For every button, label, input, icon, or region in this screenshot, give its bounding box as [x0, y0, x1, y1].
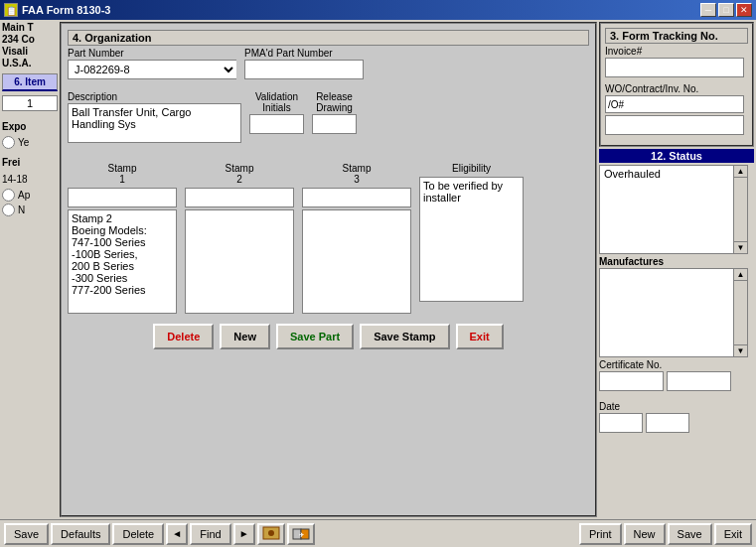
eligibility-textarea[interactable]: To be verified by installer	[419, 177, 524, 302]
pma-part-number-label: PMA'd Part Number	[244, 48, 364, 59]
taskbar-find-button[interactable]: Find	[190, 523, 230, 545]
status-list[interactable]: Overhauled ▲ ▼	[599, 165, 748, 254]
close-button[interactable]: ✕	[736, 3, 752, 17]
desc-validation-row: Description Ball Transfer Unit, Cargo Ha…	[68, 91, 589, 151]
save-part-button[interactable]: Save Part	[276, 324, 354, 349]
eligibility-label: Eligibility	[419, 163, 524, 174]
part-number-select[interactable]: J-082269-8	[68, 60, 236, 79]
description-group: Description Ball Transfer Unit, Cargo Ha…	[68, 91, 241, 145]
date-label: Date	[599, 401, 754, 412]
taskbar-delete-button[interactable]: Delete	[112, 523, 164, 545]
main-window: Main T 234 Co Visali U.S.A. 6. Item 1 Ex…	[0, 20, 756, 547]
description-textarea[interactable]: Ball Transfer Unit, Cargo Handling Sys	[68, 103, 241, 143]
window-controls: ─ □ ✕	[700, 3, 752, 17]
taskbar-save-button[interactable]: Save	[4, 523, 49, 545]
date-input2[interactable]	[646, 413, 689, 433]
certificate-input2[interactable]	[667, 371, 731, 391]
manufacturers-section: Manufactures ▲ ▼	[599, 256, 754, 357]
description-label: Description	[68, 91, 241, 102]
export-yes-radio[interactable]	[2, 136, 15, 149]
invoice-label: Invoice#	[605, 46, 748, 57]
taskbar-new-button[interactable]: New	[624, 523, 666, 545]
stamp2-col: Stamp2	[185, 163, 294, 314]
stamp2-textarea[interactable]	[185, 209, 294, 314]
taskbar-nav-right[interactable]: ►	[233, 523, 255, 545]
left-sidebar: Main T 234 Co Visali U.S.A. 6. Item 1 Ex…	[2, 22, 60, 517]
scroll-down[interactable]: ▼	[734, 241, 747, 253]
mfr-scroll-down[interactable]: ▼	[734, 344, 747, 356]
stamp2-input[interactable]	[185, 188, 294, 207]
taskbar-icon1[interactable]	[257, 523, 285, 545]
items-tab[interactable]: 6. Item	[2, 73, 58, 91]
manufacturers-list[interactable]: ▲ ▼	[599, 268, 748, 357]
minimize-button[interactable]: ─	[700, 3, 716, 17]
date-inputs	[599, 413, 754, 433]
save-stamp-button[interactable]: Save Stamp	[360, 324, 449, 349]
taskbar: Save Defaults Delete ◄ Find ► ✈ Print Ne…	[0, 519, 756, 547]
validation-label: ValidationInitials	[249, 91, 304, 113]
delete-button[interactable]: Delete	[153, 324, 214, 349]
no-row: N	[2, 204, 58, 216]
apply-radio[interactable]	[2, 189, 15, 202]
stamp1-textarea[interactable]: Stamp 2 Boeing Models: 747-100 Series -1…	[68, 209, 177, 314]
taskbar-print-button[interactable]: Print	[579, 523, 622, 545]
taskbar-exit-button[interactable]: Exit	[714, 523, 752, 545]
certificate-label: Certificate No.	[599, 359, 754, 370]
export-yes-row: Ye	[2, 136, 58, 149]
stamp1-input[interactable]: 2	[68, 188, 177, 207]
scroll-up[interactable]: ▲	[734, 166, 747, 178]
status-scrollbar[interactable]: ▲ ▼	[733, 166, 747, 253]
org-section-header: 4. Organization	[68, 30, 589, 46]
pma-part-number-group: PMA'd Part Number	[244, 48, 364, 79]
stamp3-textarea[interactable]	[302, 209, 411, 314]
taskbar-nav-left[interactable]: ◄	[166, 523, 188, 545]
status-label: 12. Status	[599, 149, 754, 163]
organization-panel: 4. Organization Part Number J-082269-8 P…	[60, 22, 597, 517]
sidebar-main-label: Main T 234 Co Visali U.S.A.	[2, 22, 58, 69]
export-label: Expo	[2, 121, 58, 132]
title-bar-content: 📋 FAA Form 8130-3	[4, 3, 110, 17]
part-number-label: Part Number	[68, 48, 236, 59]
stamp3-input[interactable]	[302, 188, 411, 207]
title-bar: 📋 FAA Form 8130-3 ─ □ ✕	[0, 0, 756, 20]
part-number-row: Part Number J-082269-8 PMA'd Part Number	[68, 48, 589, 85]
freight-label: Frei	[2, 157, 58, 168]
part-number-select-wrapper: J-082269-8	[68, 60, 236, 79]
date-group: Date	[599, 401, 754, 433]
form-tracking-panel: 3. Form Tracking No. Invoice# WO/Contrac…	[599, 22, 754, 147]
range-label: 14-18	[2, 174, 58, 185]
svg-text:✈: ✈	[298, 532, 303, 538]
main-content: Main T 234 Co Visali U.S.A. 6. Item 1 Ex…	[0, 20, 756, 519]
pma-part-number-input[interactable]	[244, 60, 364, 79]
taskbar-icon2[interactable]: ✈	[287, 523, 315, 545]
release-drawing-group: ReleaseDrawing JN	[312, 91, 357, 134]
part-number-group: Part Number J-082269-8	[68, 48, 236, 79]
maximize-button[interactable]: □	[718, 3, 734, 17]
window-title: FAA Form 8130-3	[22, 4, 110, 16]
status-item-overhauled: Overhauled	[601, 167, 746, 181]
invoice-group: Invoice#	[605, 46, 748, 77]
wo-label: WO/Contract/Inv. No.	[605, 83, 748, 94]
release-drawing-input[interactable]: JN	[312, 114, 357, 134]
manufacturers-scrollbar[interactable]: ▲ ▼	[733, 269, 747, 356]
wo-input[interactable]	[605, 115, 744, 135]
right-column: 3. Form Tracking No. Invoice# WO/Contrac…	[597, 22, 754, 517]
exit-button[interactable]: Exit	[456, 324, 504, 349]
invoice-input[interactable]	[605, 58, 744, 77]
new-button[interactable]: New	[220, 324, 270, 349]
stamp1-label: Stamp1	[68, 163, 177, 185]
form-tracking-header: 3. Form Tracking No.	[605, 28, 748, 44]
stamp3-label: Stamp3	[302, 163, 411, 185]
wo-group: WO/Contract/Inv. No. /O#	[605, 83, 748, 135]
apply-label: Ap	[18, 190, 30, 201]
stamps-eligibility-row: Stamp1 2 Stamp 2 Boeing Models: 747-100 …	[68, 163, 589, 314]
taskbar-defaults-button[interactable]: Defaults	[51, 523, 110, 545]
taskbar-save2-button[interactable]: Save	[668, 523, 712, 545]
mfr-scroll-up[interactable]: ▲	[734, 269, 747, 281]
certificate-input1[interactable]	[599, 371, 664, 391]
export-radio-group: Ye	[2, 136, 58, 149]
bottom-buttons: Delete New Save Part Save Stamp Exit	[68, 320, 589, 353]
no-radio[interactable]	[2, 204, 15, 216]
date-input1[interactable]	[599, 413, 643, 433]
validation-initials-input[interactable]	[249, 114, 304, 134]
